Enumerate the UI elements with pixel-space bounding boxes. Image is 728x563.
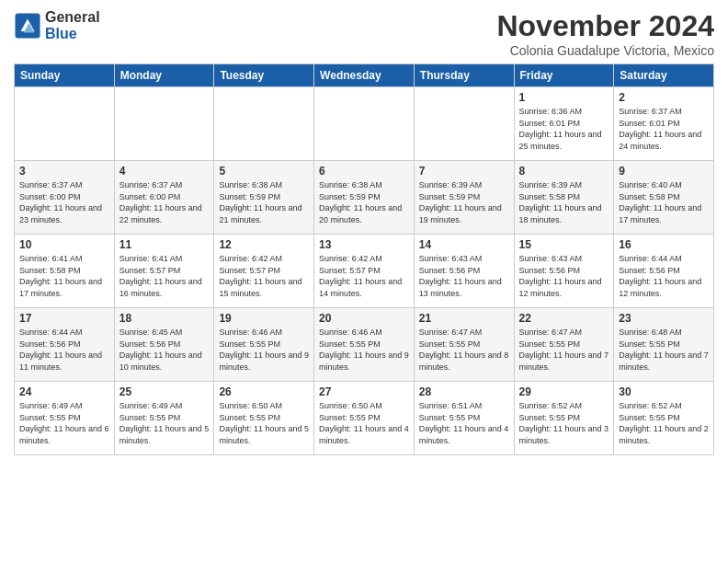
calendar-week-1: 1Sunrise: 6:36 AM Sunset: 6:01 PM Daylig… — [15, 87, 714, 161]
calendar-cell: 17Sunrise: 6:44 AM Sunset: 5:56 PM Dayli… — [15, 308, 115, 382]
calendar-cell: 16Sunrise: 6:44 AM Sunset: 5:56 PM Dayli… — [614, 235, 714, 308]
day-number: 12 — [219, 238, 309, 251]
calendar-cell: 11Sunrise: 6:41 AM Sunset: 5:57 PM Dayli… — [114, 235, 214, 308]
calendar-cell — [114, 87, 214, 161]
day-number: 22 — [519, 312, 609, 325]
day-number: 14 — [419, 238, 509, 251]
calendar-cell — [15, 87, 115, 161]
day-number: 18 — [119, 312, 210, 325]
day-info: Sunrise: 6:41 AM Sunset: 5:57 PM Dayligh… — [119, 253, 210, 299]
day-info: Sunrise: 6:38 AM Sunset: 5:59 PM Dayligh… — [219, 179, 309, 225]
day-number: 25 — [119, 385, 210, 398]
calendar-cell: 20Sunrise: 6:46 AM Sunset: 5:55 PM Dayli… — [314, 308, 415, 382]
day-number: 5 — [219, 165, 309, 178]
calendar-cell: 29Sunrise: 6:52 AM Sunset: 5:55 PM Dayli… — [514, 382, 614, 455]
day-info: Sunrise: 6:51 AM Sunset: 5:55 PM Dayligh… — [419, 400, 509, 446]
day-info: Sunrise: 6:52 AM Sunset: 5:55 PM Dayligh… — [519, 400, 609, 446]
col-friday: Friday — [514, 64, 614, 87]
calendar-cell: 21Sunrise: 6:47 AM Sunset: 5:55 PM Dayli… — [414, 308, 514, 382]
day-info: Sunrise: 6:37 AM Sunset: 6:00 PM Dayligh… — [119, 179, 210, 225]
day-info: Sunrise: 6:46 AM Sunset: 5:55 PM Dayligh… — [219, 327, 309, 373]
day-info: Sunrise: 6:52 AM Sunset: 5:55 PM Dayligh… — [619, 400, 709, 446]
day-info: Sunrise: 6:41 AM Sunset: 5:58 PM Dayligh… — [19, 253, 109, 299]
calendar-table: Sunday Monday Tuesday Wednesday Thursday… — [14, 63, 714, 455]
calendar-cell: 7Sunrise: 6:39 AM Sunset: 5:59 PM Daylig… — [414, 161, 514, 235]
location-subtitle: Colonia Guadalupe Victoria, Mexico — [496, 43, 714, 58]
day-info: Sunrise: 6:39 AM Sunset: 5:59 PM Dayligh… — [419, 179, 509, 225]
day-info: Sunrise: 6:50 AM Sunset: 5:55 PM Dayligh… — [219, 400, 309, 446]
day-info: Sunrise: 6:36 AM Sunset: 6:01 PM Dayligh… — [519, 106, 609, 152]
calendar-cell: 10Sunrise: 6:41 AM Sunset: 5:58 PM Dayli… — [15, 235, 115, 308]
day-number: 19 — [219, 312, 309, 325]
day-info: Sunrise: 6:49 AM Sunset: 5:55 PM Dayligh… — [19, 400, 109, 446]
day-number: 21 — [419, 312, 509, 325]
header-row: Sunday Monday Tuesday Wednesday Thursday… — [15, 64, 714, 87]
calendar-cell: 22Sunrise: 6:47 AM Sunset: 5:55 PM Dayli… — [514, 308, 614, 382]
day-info: Sunrise: 6:46 AM Sunset: 5:55 PM Dayligh… — [319, 327, 409, 373]
calendar-cell: 25Sunrise: 6:49 AM Sunset: 5:55 PM Dayli… — [114, 382, 214, 455]
day-number: 6 — [319, 165, 409, 178]
day-number: 13 — [319, 238, 409, 251]
col-tuesday: Tuesday — [214, 64, 314, 87]
calendar-cell: 2Sunrise: 6:37 AM Sunset: 6:01 PM Daylig… — [614, 87, 714, 161]
calendar-cell: 30Sunrise: 6:52 AM Sunset: 5:55 PM Dayli… — [614, 382, 714, 455]
day-number: 30 — [619, 385, 709, 398]
col-monday: Monday — [114, 64, 214, 87]
calendar-cell: 23Sunrise: 6:48 AM Sunset: 5:55 PM Dayli… — [614, 308, 714, 382]
calendar-cell: 5Sunrise: 6:38 AM Sunset: 5:59 PM Daylig… — [214, 161, 314, 235]
col-saturday: Saturday — [614, 64, 714, 87]
day-number: 8 — [519, 165, 609, 178]
day-info: Sunrise: 6:37 AM Sunset: 6:00 PM Dayligh… — [19, 179, 109, 225]
day-number: 4 — [119, 165, 210, 178]
day-number: 7 — [419, 165, 509, 178]
day-number: 10 — [19, 238, 109, 251]
day-info: Sunrise: 6:40 AM Sunset: 5:58 PM Dayligh… — [619, 179, 709, 225]
col-wednesday: Wednesday — [314, 64, 415, 87]
day-info: Sunrise: 6:47 AM Sunset: 5:55 PM Dayligh… — [519, 327, 609, 373]
calendar-cell: 26Sunrise: 6:50 AM Sunset: 5:55 PM Dayli… — [214, 382, 314, 455]
day-number: 29 — [519, 385, 609, 398]
day-number: 11 — [119, 238, 210, 251]
calendar-cell: 9Sunrise: 6:40 AM Sunset: 5:58 PM Daylig… — [614, 161, 714, 235]
calendar-cell: 4Sunrise: 6:37 AM Sunset: 6:00 PM Daylig… — [114, 161, 214, 235]
calendar-cell — [214, 87, 314, 161]
day-number: 26 — [219, 385, 309, 398]
day-info: Sunrise: 6:48 AM Sunset: 5:55 PM Dayligh… — [619, 327, 709, 373]
day-info: Sunrise: 6:38 AM Sunset: 5:59 PM Dayligh… — [319, 179, 409, 225]
calendar-cell: 19Sunrise: 6:46 AM Sunset: 5:55 PM Dayli… — [214, 308, 314, 382]
calendar-cell: 24Sunrise: 6:49 AM Sunset: 5:55 PM Dayli… — [15, 382, 115, 455]
calendar-week-3: 10Sunrise: 6:41 AM Sunset: 5:58 PM Dayli… — [15, 235, 714, 308]
day-info: Sunrise: 6:45 AM Sunset: 5:56 PM Dayligh… — [119, 327, 210, 373]
day-number: 23 — [619, 312, 709, 325]
calendar-cell: 14Sunrise: 6:43 AM Sunset: 5:56 PM Dayli… — [414, 235, 514, 308]
calendar-cell: 6Sunrise: 6:38 AM Sunset: 5:59 PM Daylig… — [314, 161, 415, 235]
logo: General Blue — [14, 9, 100, 41]
calendar-cell: 27Sunrise: 6:50 AM Sunset: 5:55 PM Dayli… — [314, 382, 415, 455]
day-info: Sunrise: 6:42 AM Sunset: 5:57 PM Dayligh… — [319, 253, 409, 299]
calendar-cell: 12Sunrise: 6:42 AM Sunset: 5:57 PM Dayli… — [214, 235, 314, 308]
day-number: 3 — [19, 165, 109, 178]
col-thursday: Thursday — [414, 64, 514, 87]
header: General Blue November 2024 Colonia Guada… — [14, 9, 714, 58]
day-info: Sunrise: 6:42 AM Sunset: 5:57 PM Dayligh… — [219, 253, 309, 299]
day-info: Sunrise: 6:50 AM Sunset: 5:55 PM Dayligh… — [319, 400, 409, 446]
calendar-week-2: 3Sunrise: 6:37 AM Sunset: 6:00 PM Daylig… — [15, 161, 714, 235]
calendar-cell — [314, 87, 415, 161]
calendar-week-5: 24Sunrise: 6:49 AM Sunset: 5:55 PM Dayli… — [15, 382, 714, 455]
calendar-cell: 13Sunrise: 6:42 AM Sunset: 5:57 PM Dayli… — [314, 235, 415, 308]
calendar-cell: 28Sunrise: 6:51 AM Sunset: 5:55 PM Dayli… — [414, 382, 514, 455]
day-number: 16 — [619, 238, 709, 251]
title-area: November 2024 Colonia Guadalupe Victoria… — [496, 9, 714, 58]
day-number: 28 — [419, 385, 509, 398]
day-number: 20 — [319, 312, 409, 325]
day-info: Sunrise: 6:43 AM Sunset: 5:56 PM Dayligh… — [419, 253, 509, 299]
day-info: Sunrise: 6:47 AM Sunset: 5:55 PM Dayligh… — [419, 327, 509, 373]
day-info: Sunrise: 6:39 AM Sunset: 5:58 PM Dayligh… — [519, 179, 609, 225]
calendar-cell: 15Sunrise: 6:43 AM Sunset: 5:56 PM Dayli… — [514, 235, 614, 308]
day-info: Sunrise: 6:44 AM Sunset: 5:56 PM Dayligh… — [19, 327, 109, 373]
day-number: 1 — [519, 91, 609, 104]
page: General Blue November 2024 Colonia Guada… — [0, 0, 728, 563]
day-info: Sunrise: 6:44 AM Sunset: 5:56 PM Dayligh… — [619, 253, 709, 299]
calendar-cell — [414, 87, 514, 161]
logo-blue-text: Blue — [45, 26, 100, 42]
